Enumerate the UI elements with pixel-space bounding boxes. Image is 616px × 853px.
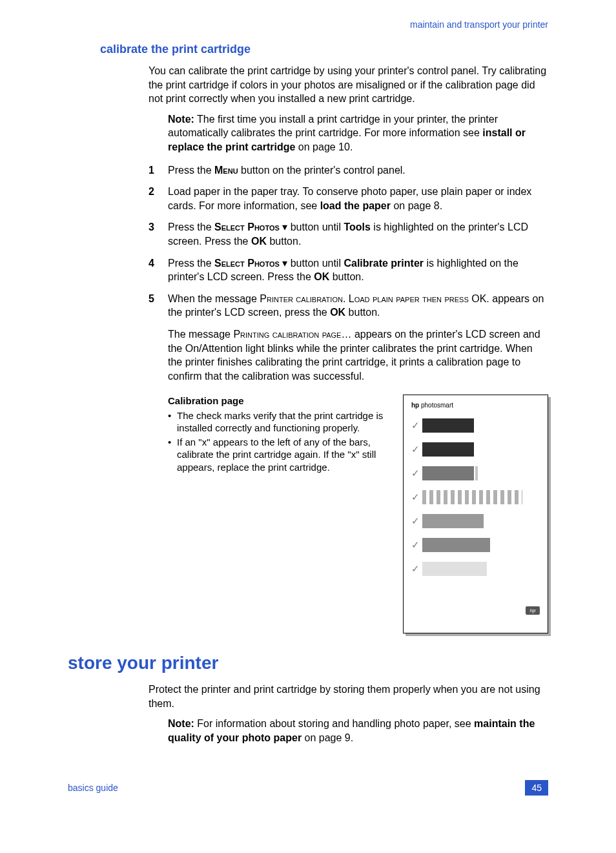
step-body: Press the Select Photos ▾ button until C… (168, 256, 548, 284)
note-text-2: on page 10. (295, 141, 353, 152)
step-body: Load paper in the paper tray. To conserv… (168, 185, 548, 212)
step-text: button. (267, 236, 301, 247)
bullet-item: • If an "x" appears to the left of any o… (168, 436, 391, 474)
store-intro: Protect the printer and print cartridge … (149, 683, 548, 710)
note-label: Note: (168, 718, 194, 729)
step-text: button until (287, 221, 344, 232)
calibration-brand: hp photosmart (411, 402, 540, 409)
header-section: maintain and transport your printer (68, 19, 548, 30)
page-footer: basics guide 45 (68, 780, 548, 796)
note-text-1: The first time you install a print cartr… (168, 114, 498, 139)
step-3: 3 Press the Select Photos ▾ button until… (149, 220, 548, 248)
step-1: 1 Press the Menu button on the printer's… (149, 163, 548, 178)
step-bold-ref: load the paper (320, 200, 391, 211)
cal-row: ✓ (411, 537, 540, 552)
ok-button-label: OK (314, 271, 329, 282)
calibration-text: Calibration page • The check marks verif… (168, 395, 391, 633)
step-number: 2 (149, 185, 168, 212)
note-text: on page 9. (302, 732, 353, 743)
cal-row: ✓ (411, 489, 540, 504)
step-text: on page 8. (391, 200, 442, 211)
step-body: Press the Select Photos ▾ button until T… (168, 220, 548, 248)
step-text: button. (329, 271, 364, 282)
step-number: 3 (149, 220, 168, 248)
subsection-heading-calibrate: calibrate the print cartridge (100, 43, 548, 56)
step-text: button until (287, 258, 344, 269)
step-number: 4 (149, 256, 168, 284)
cal-bar-dashed (422, 490, 522, 504)
ok-button-label: OK (251, 236, 267, 247)
lcd-message: Printer calibration. Load plain paper th… (260, 293, 471, 304)
check-icon: ✓ (411, 563, 422, 575)
check-icon: ✓ (411, 539, 422, 551)
step-text: button. (345, 307, 380, 318)
cal-bar (422, 514, 484, 528)
hp-logo-icon: hp (526, 606, 540, 615)
calibration-page-figure: hp photosmart ✓ ✓ ✓ ✓ ✓ ✓ ✓ hp (403, 395, 548, 633)
page-number: 45 (525, 780, 548, 796)
calibration-section: Calibration page • The check marks verif… (168, 395, 548, 633)
step-number: 5 (149, 292, 168, 320)
result-paragraph: The message Printing calibration page… a… (168, 327, 548, 383)
section-heading-store: store your printer (68, 653, 548, 673)
bullet-text: The check marks verify that the print ca… (177, 409, 391, 435)
step-number: 1 (149, 163, 168, 178)
brand-bold: hp (411, 402, 419, 409)
step-2: 2 Load paper in the paper tray. To conse… (149, 185, 548, 212)
brand-rest: photosmart (419, 402, 453, 409)
cal-bar (422, 442, 474, 457)
check-icon: ✓ (411, 420, 422, 431)
step-bold: Tools (344, 221, 370, 232)
step-4: 4 Press the Select Photos ▾ button until… (149, 256, 548, 284)
step-text: Press the (168, 165, 214, 176)
note-text: For information about storing and handli… (194, 718, 474, 729)
cal-bar (422, 418, 474, 433)
note-block-1: Note: The first time you install a print… (168, 112, 548, 154)
intro-paragraph: You can calibrate the print cartridge by… (149, 64, 548, 106)
page: maintain and transport your printer cali… (0, 0, 616, 814)
bullet-item: • The check marks verify that the print … (168, 409, 391, 435)
cal-row: ✓ (411, 561, 540, 576)
cal-bar (422, 466, 474, 480)
select-photos-button-label: Select Photos (214, 221, 280, 232)
step-body: Press the Menu button on the printer's c… (168, 163, 548, 178)
cal-bar (422, 538, 490, 552)
step-5: 5 When the message Printer calibration. … (149, 292, 548, 320)
footer-guide-name: basics guide (68, 783, 118, 793)
check-icon: ✓ (411, 468, 422, 479)
cal-row: ✓ (411, 466, 540, 480)
step-text: Press the (168, 221, 214, 232)
bullet-icon: • (168, 409, 177, 435)
step-text: Press the (168, 258, 214, 269)
note-label: Note: (168, 114, 194, 125)
step-body: When the message Printer calibration. Lo… (168, 292, 548, 320)
bullet-text: If an "x" appears to the left of any of … (177, 436, 391, 474)
cal-row: ✓ (411, 442, 540, 457)
cal-bar (422, 562, 487, 576)
ok-button-label: OK (330, 307, 345, 318)
cal-row: ✓ (411, 418, 540, 433)
lcd-message-ok: OK. (471, 293, 489, 304)
step-bold: Calibrate printer (344, 258, 424, 269)
note-block-2: Note: For information about storing and … (168, 717, 548, 745)
menu-button-label: Menu (214, 165, 238, 176)
step-text: When the message (168, 293, 260, 304)
lcd-message: Printing calibration page… (233, 329, 351, 340)
step-text: button on the printer's control panel. (238, 165, 406, 176)
check-icon: ✓ (411, 491, 422, 503)
calibration-title: Calibration page (168, 395, 391, 407)
check-icon: ✓ (411, 444, 422, 455)
check-icon: ✓ (411, 515, 422, 527)
select-photos-button-label: Select Photos (214, 258, 280, 269)
result-text: The message (168, 329, 233, 340)
cal-row: ✓ (411, 513, 540, 528)
bullet-icon: • (168, 436, 177, 474)
